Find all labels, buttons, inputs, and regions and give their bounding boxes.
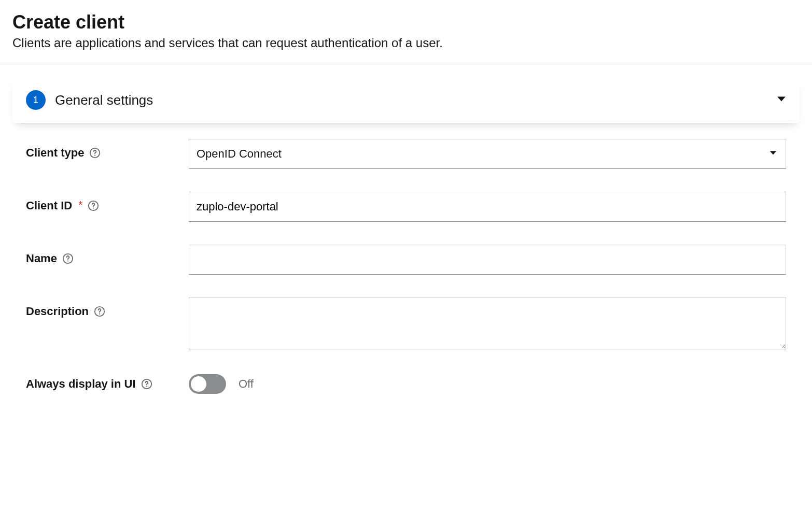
label-always-display-col: Always display in UI <box>26 377 176 391</box>
page-header: Create client Clients are applications a… <box>0 0 812 64</box>
field-col: Off <box>189 374 786 394</box>
page-title: Create client <box>12 10 800 34</box>
help-icon[interactable] <box>62 253 74 264</box>
field-client-type: Client type OpenID Connect <box>26 139 786 169</box>
label-name-col: Name <box>26 245 176 265</box>
label-description-col: Description <box>26 297 176 318</box>
label-client-type-col: Client type <box>26 139 176 160</box>
chevron-down-icon[interactable] <box>777 94 786 106</box>
wizard-form: Client type OpenID Connect Client ID <box>12 139 800 394</box>
label-client-type: Client type <box>26 146 84 160</box>
client-type-select-wrapper: OpenID Connect <box>189 139 786 169</box>
description-textarea[interactable] <box>189 297 786 349</box>
wizard-step-header[interactable]: 1 General settings <box>12 77 800 123</box>
client-type-select[interactable]: OpenID Connect <box>189 139 786 169</box>
always-display-toggle[interactable] <box>189 374 226 394</box>
step-title: General settings <box>55 92 153 108</box>
label-client-id-col: Client ID * <box>26 192 176 212</box>
svg-point-9 <box>146 386 147 387</box>
page-subtitle: Clients are applications and services th… <box>12 36 800 50</box>
label-always-display: Always display in UI <box>26 377 136 391</box>
svg-point-5 <box>67 260 68 261</box>
field-always-display: Always display in UI Off <box>26 374 786 394</box>
field-col: OpenID Connect <box>189 139 786 169</box>
svg-point-7 <box>99 313 100 314</box>
toggle-wrap: Off <box>189 374 786 394</box>
field-client-id: Client ID * <box>26 192 786 222</box>
help-icon[interactable] <box>89 147 101 159</box>
field-col <box>189 297 786 351</box>
field-description: Description <box>26 297 786 351</box>
label-client-id: Client ID <box>26 199 72 212</box>
toggle-knob <box>191 376 206 392</box>
svg-point-3 <box>93 207 94 208</box>
client-id-input[interactable] <box>189 192 786 222</box>
help-icon[interactable] <box>94 306 105 317</box>
help-icon[interactable] <box>88 200 99 211</box>
client-type-value: OpenID Connect <box>197 147 282 161</box>
step-number-badge: 1 <box>26 90 46 110</box>
name-input[interactable] <box>189 245 786 275</box>
label-description: Description <box>26 305 89 318</box>
field-name: Name <box>26 245 786 275</box>
field-col <box>189 245 786 275</box>
field-col <box>189 192 786 222</box>
toggle-state-label: Off <box>239 377 254 391</box>
wizard-step-left: 1 General settings <box>26 90 153 110</box>
required-indicator: * <box>78 199 82 211</box>
svg-point-1 <box>94 154 95 155</box>
wizard-container: 1 General settings Client type OpenID Co… <box>0 64 812 406</box>
help-icon[interactable] <box>141 378 152 390</box>
label-name: Name <box>26 252 57 265</box>
